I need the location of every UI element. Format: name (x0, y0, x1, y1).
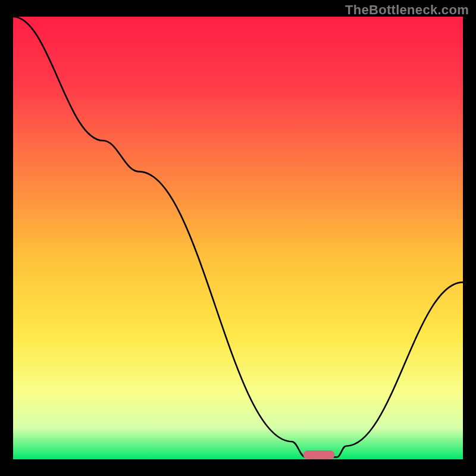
optimal-range-marker (303, 450, 335, 459)
chart-frame: TheBottleneck.com (0, 0, 476, 476)
watermark-text: TheBottleneck.com (345, 2, 469, 18)
bottleneck-chart (13, 17, 463, 459)
gradient-background (13, 17, 463, 459)
plot-area (13, 17, 463, 459)
